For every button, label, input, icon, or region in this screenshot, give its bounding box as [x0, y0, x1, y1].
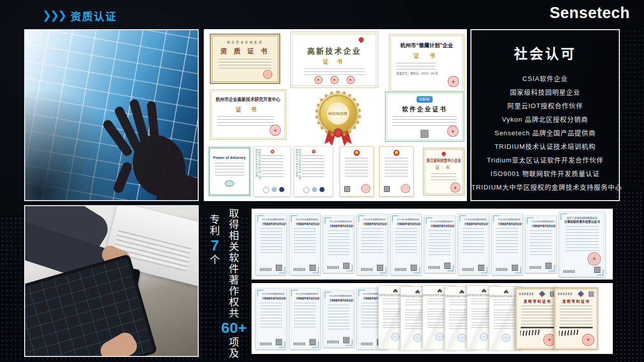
achievement-column-patents: 专利7个 — [208, 214, 221, 359]
photo-touchscreen-wall — [24, 29, 199, 201]
cert-subtitle: 证 书 — [389, 51, 464, 59]
barcode — [260, 342, 272, 345]
blue-seal-stamp — [502, 334, 510, 342]
qr-code — [512, 264, 518, 271]
registration-certificate: CERTIFICATE OF REGISTRATION — [254, 146, 291, 197]
crest-icon — [459, 290, 464, 294]
chevron-icon: ❯❯❯ — [42, 10, 65, 21]
cert-title-text: 计算机软件著作权登记证书 — [330, 298, 348, 301]
barcode — [496, 268, 508, 271]
cert-text-lines — [302, 155, 325, 177]
cert-header-text: 中华人民共和国国家版权局 — [396, 218, 415, 220]
cert-text-lines — [496, 228, 518, 254]
copyright-certificate-thumb: 中华人民共和国国家版权局计算机软件著作权登记证书★ — [559, 212, 605, 277]
qualification-certificate: 信息安全系统集成 资 质 证 书 — [210, 34, 280, 84]
cert-text-lines — [560, 306, 592, 325]
cert-text-lines — [260, 303, 282, 329]
emblem-icon — [271, 150, 274, 153]
achievement-char: 个 — [210, 254, 220, 265]
social-item: CSIA软件企业 — [471, 72, 619, 85]
cert-doc-number: 批准文号：杭科高〔2019〕161号 — [396, 71, 458, 75]
separator-line — [521, 327, 554, 328]
red-seal-stamp: ★ — [270, 125, 281, 136]
crest-icon — [393, 289, 398, 293]
cert-title: Power of Attorney — [210, 155, 249, 160]
signature-scribble — [520, 329, 541, 336]
red-seal-stamp: ★ — [447, 126, 458, 137]
cert-codes — [429, 262, 451, 269]
copyright-certificate-thumb: 中华人民共和国国家版权局计算机软件著作权登记证书 — [357, 214, 388, 275]
registration-certificate: CERTIFICATE OF REGISTRATION — [294, 146, 333, 197]
medal-label: HONOR — [329, 111, 348, 116]
copyright-certificate-thumb: 中华人民共和国国家版权局计算机软件著作权登记证书 — [256, 214, 287, 275]
dot-texture — [615, 191, 644, 362]
cert-header-text: 中华人民共和国国家版权局 — [464, 218, 482, 220]
qr-code — [309, 339, 316, 345]
cert-text-lines — [260, 228, 282, 254]
hand-silhouette — [87, 89, 199, 201]
social-item: Tridium亚太区认证软件开发合作伙伴 — [471, 153, 619, 167]
achievement-vertical-text: 专利7个 取得相关软件著作权共60+项及 — [208, 208, 255, 359]
cert-codes — [564, 266, 601, 273]
cert-header-text: 中华人民共和国国家版权局 — [430, 220, 449, 222]
cert-title-text: 发明专利证书 — [556, 298, 595, 303]
cert-title-text: 计算机软件著作权登记证书 — [498, 222, 516, 224]
cert-subtitle: 证 书 — [291, 57, 378, 65]
cert-header-text: 中华人民共和国国家版权局 — [329, 294, 348, 297]
cert-title: 高新技术企业 — [291, 45, 378, 56]
cert-title-text: 计算机软件著作权登记证书 — [262, 222, 280, 224]
barcode — [361, 268, 373, 271]
qr-code — [276, 339, 282, 345]
barcode — [395, 268, 407, 271]
copyright-certificate-thumb: 中华人民共和国国家版权局计算机软件著作权登记证书 — [323, 290, 354, 347]
red-seal-stamp — [401, 184, 410, 193]
emblem-certificate — [340, 146, 374, 197]
crest-icon — [504, 290, 509, 294]
barcode — [294, 268, 306, 271]
cert-side-label: CERTIFICATE OF REGISTRATION — [255, 149, 261, 194]
copyright-certificate-thumb: 中华人民共和国国家版权局计算机软件著作权登记证书 — [323, 216, 354, 273]
barcode — [462, 268, 474, 271]
cert-title-text: 计算机软件著作权登记证书 — [431, 224, 449, 226]
barcode — [530, 266, 542, 269]
social-item: Vykon 品牌北区授权分销商 — [471, 113, 619, 126]
stamp-icon — [312, 187, 317, 192]
cert-subtitle: 证 书 — [424, 164, 464, 170]
copyright-certificate-thumb: 中华人民共和国国家版权局计算机软件著作权登记证书 — [289, 214, 320, 275]
social-item: ISO9001 物联网软件开发质量认证 — [471, 167, 619, 180]
company-logo: Sensetech — [549, 4, 630, 22]
red-seal-stamp: ★ — [588, 252, 601, 265]
qr-code — [594, 266, 601, 273]
cert-subtitle: 证 书 — [210, 105, 286, 113]
social-item: TRIDIUM大中华区授权的金牌技术支持服务中心 — [471, 180, 619, 194]
cert-title-text: 计算机软件著作权登记证书 — [363, 222, 381, 224]
blue-seal-stamp — [458, 334, 466, 342]
dot-texture — [619, 29, 644, 185]
cert-title-text: 计算机软件著作权登记证书 — [330, 224, 348, 226]
barcode — [260, 268, 272, 271]
qr-code — [344, 186, 350, 192]
stamp-icon — [319, 187, 325, 192]
emblem-icon — [312, 150, 315, 153]
cert-title-text: 计算机软件著作权登记证书 — [262, 296, 280, 299]
cert-codes — [260, 264, 282, 271]
social-recognition-list: CSIA软件企业国家级科技园明星企业阿里云IOT授权合作伙伴Vykon 品牌北区… — [471, 72, 619, 194]
honor-medal: HONOR — [315, 88, 361, 146]
achievement-char: 权 — [229, 297, 239, 308]
page-title: 资质认证 — [70, 8, 117, 23]
red-seal-stamp: ★ — [347, 76, 355, 84]
copyright-certificate-thumb: 中华人民共和国国家版权局计算机软件著作权登记证书 — [289, 288, 320, 349]
cert-title: 杭州市“雏鹰计划”企业 — [389, 41, 464, 49]
signature-scribble — [559, 329, 580, 336]
stamp-icon — [279, 187, 284, 192]
medal-center: HONOR — [327, 103, 349, 125]
social-item: TRIDIUM技术认证技术培训机构 — [471, 140, 619, 153]
red-seal-stamp: ★ — [450, 183, 460, 193]
cert-title: 软件企业证书 — [386, 105, 463, 113]
stamp-row — [263, 187, 288, 193]
qr-code — [589, 291, 594, 297]
cert-title: 浙江省科技型中小企业 — [425, 157, 462, 163]
cert-header-text: 中华人民共和国国家版权局 — [563, 215, 602, 219]
certificates-panel: 信息安全系统集成 资 质 证 书 高新技术企业 证 书 ★ ★ ★ 杭州市“雏鹰… — [204, 29, 467, 201]
cert-codes — [395, 264, 417, 271]
